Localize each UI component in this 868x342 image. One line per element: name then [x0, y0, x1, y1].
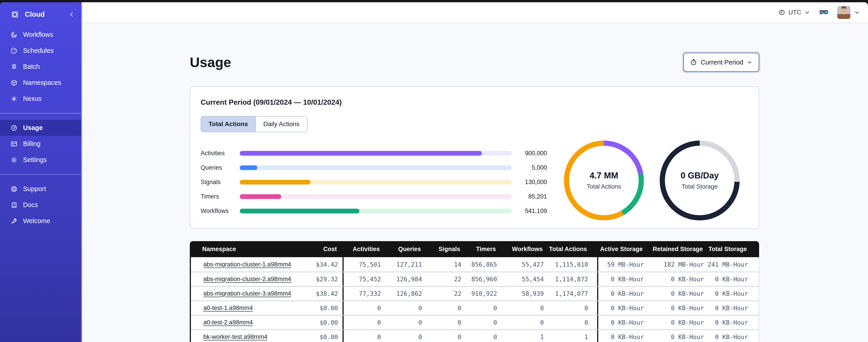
queries-cell: 0: [381, 301, 422, 315]
total-actions-cell: 1,174,077: [544, 287, 597, 301]
total-storage-donut: 0 GB/Day Total Storage: [660, 141, 740, 220]
usage-bar-row: Signals 130,000: [200, 179, 547, 185]
cloud-logo[interactable]: Cloud: [0, 2, 81, 27]
namespace-cell: abs-migration-cluster-3.a98mm4: [191, 287, 307, 301]
column-header-activities: Activities: [341, 241, 380, 257]
sidebar-item-billing[interactable]: Billing: [0, 136, 81, 152]
namespace-link[interactable]: a0-test-2.a98mm4: [203, 319, 253, 326]
app-window: Cloud Workflows Schedules: [0, 2, 868, 342]
donut-charts: 4.7 MM Total Actions 0 GB/Day Total Stor…: [564, 141, 740, 220]
active-storage-cell: 0 KB-Hour: [597, 272, 644, 286]
usage-bar-label: Workflows: [200, 208, 240, 214]
cloud-logo-label: Cloud: [25, 10, 45, 19]
usage-bar-value: 85,201: [512, 193, 547, 200]
sidebar-item-support[interactable]: Support: [0, 181, 81, 197]
sidebar-item-label: Welcome: [23, 217, 50, 225]
usage-bar-track: [240, 194, 512, 199]
main-content: Usage Current Period Current Period (09/…: [83, 23, 868, 342]
user-menu: [837, 6, 860, 19]
usage-bar-fill: [240, 180, 310, 184]
total-storage-cell: 0 KB-Hour: [704, 301, 760, 315]
column-header-namespace: Namespace: [190, 241, 306, 257]
total-actions-value: 4.7 MM: [590, 171, 618, 180]
tab-label: Daily Actions: [263, 121, 299, 128]
table-row: bk-worker-test.a98mm4 $0.00 0 0 0 0 1 1 …: [191, 329, 758, 342]
timers-cell: 0: [461, 316, 497, 329]
namespaces-icon: [10, 79, 18, 87]
namespace-link[interactable]: abs-migration-cluster-3.a98mm4: [203, 290, 291, 297]
actions-bar-chart: Activities 900,000 Queries: [200, 150, 547, 223]
sidebar-item-schedules[interactable]: Schedules: [0, 43, 81, 59]
tab[interactable]: Daily Actions: [255, 116, 307, 132]
signals-cell: 22: [422, 272, 461, 286]
usage-bar-track: [240, 180, 512, 184]
sidebar-item-nexus[interactable]: Nexus: [0, 91, 81, 107]
batch-icon: [10, 63, 18, 70]
sidebar-item-label: Namespaces: [23, 79, 61, 87]
chevron-down-icon: [747, 59, 752, 65]
sidebar-nav-footer: Support Docs Welcome: [0, 181, 81, 229]
sidebar-item-namespaces[interactable]: Namespaces: [0, 75, 81, 91]
total-actions-cell: 1,114,872: [544, 272, 597, 286]
sidebar-item-workflows[interactable]: Workflows: [0, 27, 81, 43]
workflows-cell: 0: [497, 301, 544, 315]
sidebar-item-label: Support: [23, 185, 46, 193]
usage-bar-fill: [240, 151, 482, 156]
usage-bar-label: Queries: [200, 164, 240, 171]
activities-cell: 0: [342, 330, 381, 342]
cost-cell: $34.42: [307, 257, 342, 272]
usage-bar-value: 130,000: [512, 179, 547, 186]
namespace-link[interactable]: bk-worker-test.a98mm4: [203, 334, 268, 340]
namespace-cell: bk-worker-test.a98mm4: [191, 330, 307, 342]
active-storage-cell: 59 MB-Hour: [597, 257, 644, 272]
sidebar-item-docs[interactable]: Docs: [0, 197, 81, 213]
namespace-link[interactable]: abs-migration-cluster-2.a98mm4: [203, 276, 291, 283]
total-storage-cell: 0 KB-Hour: [704, 316, 760, 329]
usage-bar-label: Signals: [200, 179, 240, 186]
timezone-selector[interactable]: UTC: [778, 9, 810, 16]
screen: Cloud Workflows Schedules: [0, 0, 868, 342]
total-storage-donut-center: 0 GB/Day Total Storage: [665, 146, 735, 215]
usage-bar-track: [240, 151, 512, 156]
billing-icon: [10, 140, 18, 147]
sidebar-item-settings[interactable]: Settings: [0, 152, 81, 168]
chevron-down-icon[interactable]: [854, 9, 860, 15]
activities-cell: 75,501: [342, 257, 381, 272]
active-storage-cell: 0 KB-Hour: [597, 316, 644, 329]
glasses-icon[interactable]: [819, 7, 829, 18]
column-header-cost: Cost: [306, 241, 341, 257]
signals-cell: 0: [422, 316, 461, 329]
usage-bar-row: Queries 5,000: [200, 165, 547, 171]
usage-bar-value: 5,000: [512, 164, 547, 171]
usage-bar-track: [240, 209, 512, 213]
column-header-total-storage: Total Storage: [703, 241, 759, 257]
sidebar-item-usage[interactable]: Usage: [0, 120, 81, 136]
queries-cell: 0: [381, 330, 422, 342]
usage-bar-fill: [240, 209, 360, 213]
total-actions-cell: 0: [544, 316, 597, 329]
actions-tabs: Total Actions Daily Actions: [200, 116, 308, 132]
current-period-card: Current Period (09/01/2024 — 10/01/2024)…: [190, 86, 759, 229]
retained-storage-cell: 0 KB-Hour: [644, 301, 704, 315]
usage-bar-fill: [240, 194, 281, 199]
queries-cell: 0: [381, 316, 422, 329]
workflows-cell: 0: [497, 316, 544, 329]
user-avatar[interactable]: [837, 6, 850, 19]
table-row: a0-test-1.a98mm4 $0.00 0 0 0 0 0 0 0 KB-…: [191, 301, 758, 315]
tab[interactable]: Total Actions: [201, 116, 255, 132]
temporal-logo-icon: [10, 10, 20, 19]
activities-cell: 0: [342, 316, 381, 329]
namespace-link[interactable]: abs-migration-cluster-1.a98mm4: [203, 261, 291, 268]
retained-storage-cell: 0 KB-Hour: [644, 316, 704, 329]
sidebar-item-batch[interactable]: Batch: [0, 59, 81, 75]
table-row: abs-migration-cluster-1.a98mm4 $34.42 75…: [191, 257, 758, 272]
namespace-link[interactable]: a0-test-1.a98mm4: [203, 305, 253, 312]
sidebar-nav-account: Usage Billing Settings: [0, 120, 81, 168]
total-storage-value: 0 GB/Day: [681, 171, 719, 180]
sidebar-collapse-button[interactable]: [68, 11, 75, 18]
namespace-cell: a0-test-1.a98mm4: [191, 301, 307, 315]
period-selector-button[interactable]: Current Period: [683, 53, 759, 72]
sidebar-item-label: Billing: [23, 140, 40, 147]
retained-storage-cell: 0 KB-Hour: [644, 272, 704, 286]
sidebar-item-welcome[interactable]: Welcome: [0, 213, 81, 229]
